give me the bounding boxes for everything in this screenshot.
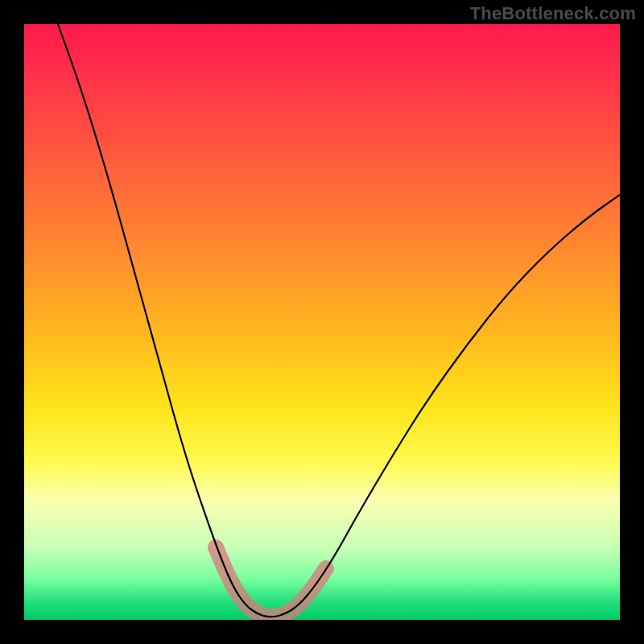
chart-frame: TheBottleneck.com bbox=[0, 0, 644, 644]
plot-area bbox=[24, 24, 620, 620]
curve-svg bbox=[24, 24, 620, 620]
watermark-label: TheBottleneck.com bbox=[470, 3, 636, 24]
bottleneck-curve-path bbox=[58, 24, 620, 617]
